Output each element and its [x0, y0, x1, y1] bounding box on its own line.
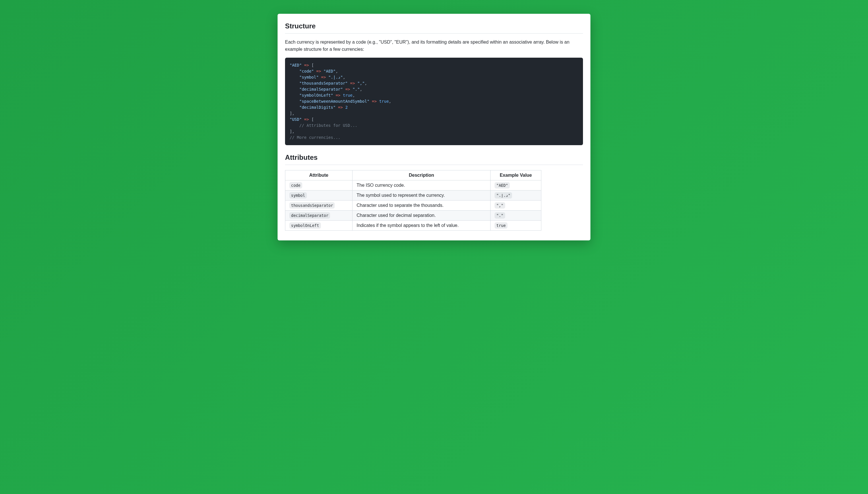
attr-code: code: [289, 182, 302, 189]
table-header-attribute: Attribute: [285, 170, 352, 180]
table-row: code The ISO currency code. "AED": [285, 180, 541, 190]
code-token: ],: [290, 129, 295, 134]
code-token: [: [311, 117, 314, 122]
attr-example: ",": [495, 202, 505, 209]
code-token: =>: [372, 99, 377, 103]
code-token: "code": [299, 69, 314, 73]
table-row: symbol The symbol used to represent the …: [285, 190, 541, 200]
code-token: =>: [350, 81, 355, 86]
section-heading-structure: Structure: [285, 22, 583, 34]
code-example-block: "AED" => [ "code" => "AED", "symbol" => …: [285, 58, 583, 145]
code-token: "decimalDigits": [299, 105, 335, 110]
code-token: "AED": [290, 63, 302, 68]
code-token: 2: [345, 105, 348, 110]
table-header-description: Description: [352, 170, 491, 180]
section-heading-attributes: Attributes: [285, 153, 583, 165]
code-token: "د.إ.‏": [328, 75, 343, 79]
attr-code: symbol: [289, 192, 307, 198]
table-row: symbolOnLeft Indicates if the symbol app…: [285, 220, 541, 230]
code-token: true: [379, 99, 389, 103]
attr-example: "د.إ.‏": [495, 192, 512, 198]
code-token: =>: [345, 87, 350, 92]
code-token: ],: [290, 111, 295, 116]
code-token: =>: [338, 105, 343, 110]
structure-lead-paragraph: Each currency is represented by a code (…: [285, 39, 583, 53]
table-header-example: Example Value: [491, 170, 541, 180]
attributes-table: Attribute Description Example Value code…: [285, 170, 541, 231]
attr-desc: Character used to separate the thousands…: [352, 200, 491, 210]
attr-example: true: [495, 222, 507, 229]
code-token: "symbolOnLeft": [299, 93, 333, 97]
attr-desc: The symbol used to represent the currenc…: [352, 190, 491, 200]
attr-desc: Character used for decimal separation.: [352, 210, 491, 220]
code-token: =>: [304, 117, 309, 122]
table-row: decimalSeparator Character used for deci…: [285, 210, 541, 220]
code-token: "symbol": [299, 75, 319, 79]
table-header-row: Attribute Description Example Value: [285, 170, 541, 180]
code-token: true: [343, 93, 352, 97]
code-token: "spaceBetweenAmountAndSymbol": [299, 99, 369, 103]
attr-desc: Indicates if the symbol appears to the l…: [352, 220, 491, 230]
code-token: =>: [321, 75, 326, 79]
code-token: "thousandsSeparator": [299, 81, 348, 86]
attr-code: decimalSeparator: [289, 212, 330, 218]
code-comment: // More currencies...: [290, 135, 340, 140]
attr-example: ".": [495, 212, 505, 218]
code-token: =>: [316, 69, 321, 73]
attr-code: symbolOnLeft: [289, 222, 321, 229]
attr-desc: The ISO currency code.: [352, 180, 491, 190]
code-token: ",": [357, 81, 365, 86]
attr-example: "AED": [495, 182, 510, 189]
code-comment: // Attributes for USD...: [299, 123, 357, 128]
code-token: =>: [335, 93, 340, 97]
code-token: [: [311, 63, 314, 68]
code-token: =>: [304, 63, 309, 68]
code-token: "USD": [290, 117, 302, 122]
code-token: "AED": [324, 69, 335, 73]
table-row: thousandsSeparator Character used to sep…: [285, 200, 541, 210]
code-token: ".": [352, 87, 359, 92]
code-token: "decimalSeparator": [299, 87, 343, 92]
document-card: Structure Each currency is represented b…: [278, 14, 590, 241]
attr-code: thousandsSeparator: [289, 202, 335, 209]
